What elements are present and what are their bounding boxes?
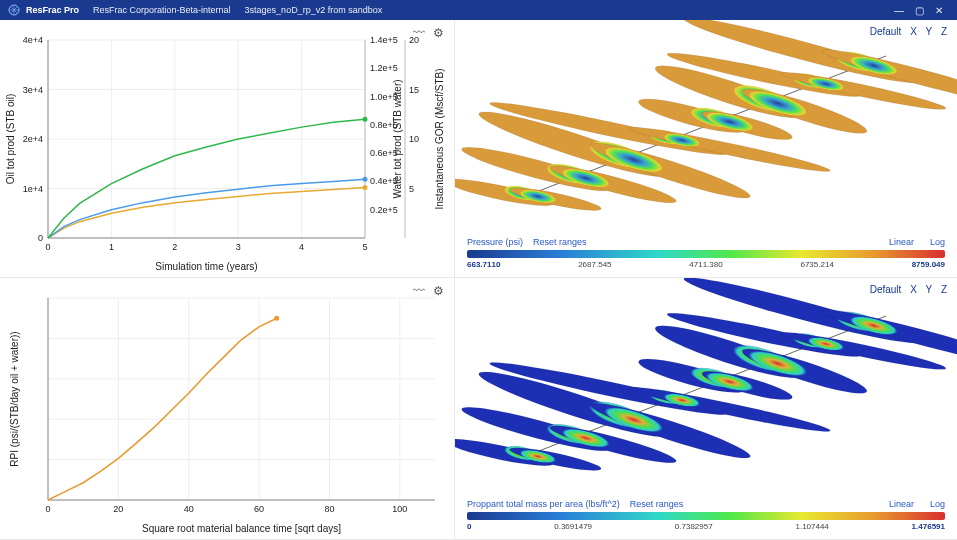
svg-text:10: 10 <box>409 134 419 144</box>
svg-text:2e+4: 2e+4 <box>23 134 43 144</box>
tick: 1.107444 <box>795 522 828 531</box>
tick: 0.3691479 <box>554 522 592 531</box>
tick: 6735.214 <box>800 260 833 269</box>
svg-text:1e+4: 1e+4 <box>23 184 43 194</box>
svg-point-39 <box>363 177 368 182</box>
svg-text:Square root material balance t: Square root material balance time [sqrt … <box>142 523 341 534</box>
svg-text:80: 80 <box>324 504 334 514</box>
view3d-proppant: Default X Y Z Proppant total mass per ar… <box>455 278 957 540</box>
svg-text:RPI (psi/(STB/day oil + water): RPI (psi/(STB/day oil + water)) <box>9 331 20 466</box>
minimize-button[interactable]: — <box>889 5 909 16</box>
production-chart[interactable]: 01234501e+42e+43e+44e+40.2e+50.4e+50.6e+… <box>0 20 455 278</box>
scale-linear[interactable]: Linear <box>889 237 914 247</box>
chart-panel-rpi: 〰 ⚙ 020406080100Square root material bal… <box>0 278 455 540</box>
svg-text:Oil tot prod (STB oil): Oil tot prod (STB oil) <box>5 94 16 185</box>
chart-panel-production: 〰 ⚙ 01234501e+42e+43e+44e+40.2e+50.4e+50… <box>0 20 455 278</box>
svg-text:40: 40 <box>184 504 194 514</box>
tick: 1.476591 <box>912 522 945 531</box>
svg-text:1.2e+5: 1.2e+5 <box>370 63 398 73</box>
svg-text:4: 4 <box>299 242 304 252</box>
svg-point-98 <box>274 316 279 321</box>
maximize-button[interactable]: ▢ <box>909 5 929 16</box>
scale-log[interactable]: Log <box>930 237 945 247</box>
reset-ranges[interactable]: Reset ranges <box>630 499 684 509</box>
titlebar: ResFrac Pro ResFrac Corporation-Beta-int… <box>0 0 957 20</box>
tick: 663.7110 <box>467 260 500 269</box>
svg-text:Simulation time (years): Simulation time (years) <box>155 261 257 272</box>
tick: 4711.380 <box>689 260 722 269</box>
app-name: ResFrac Pro <box>26 5 79 15</box>
svg-text:0: 0 <box>45 504 50 514</box>
svg-text:3: 3 <box>236 242 241 252</box>
file-name: 3stages_noD_rp_v2 from sandbox <box>245 5 383 15</box>
colorbar-pressure[interactable]: 663.7110 2687.545 4711.380 6735.214 8759… <box>467 250 945 269</box>
svg-text:1: 1 <box>109 242 114 252</box>
svg-text:100: 100 <box>392 504 407 514</box>
svg-text:20: 20 <box>113 504 123 514</box>
svg-text:1.4e+5: 1.4e+5 <box>370 35 398 45</box>
svg-text:Instantaneous GOR (Mscf/STB): Instantaneous GOR (Mscf/STB) <box>434 68 445 209</box>
svg-text:20: 20 <box>409 35 419 45</box>
svg-text:4e+4: 4e+4 <box>23 35 43 45</box>
close-button[interactable]: ✕ <box>929 5 949 16</box>
reset-ranges[interactable]: Reset ranges <box>533 237 587 247</box>
org-name: ResFrac Corporation-Beta-internal <box>93 5 231 15</box>
svg-text:0: 0 <box>45 242 50 252</box>
svg-text:3e+4: 3e+4 <box>23 85 43 95</box>
property-label[interactable]: Proppant total mass per area (lbs/ft^2) <box>467 499 620 509</box>
workspace-grid: 〰 ⚙ 01234501e+42e+43e+44e+40.2e+50.4e+50… <box>0 20 957 540</box>
svg-text:60: 60 <box>254 504 264 514</box>
svg-text:15: 15 <box>409 85 419 95</box>
colorbar-proppant[interactable]: 0 0.3691479 0.7382957 1.107444 1.476591 <box>467 512 945 531</box>
viewport-pressure[interactable] <box>455 20 957 231</box>
svg-text:Water tot prod (STB water): Water tot prod (STB water) <box>392 79 403 198</box>
scale-linear[interactable]: Linear <box>889 499 914 509</box>
tick: 2687.545 <box>578 260 611 269</box>
svg-text:0: 0 <box>38 233 43 243</box>
tick: 0.7382957 <box>675 522 713 531</box>
svg-point-38 <box>363 185 368 190</box>
svg-text:5: 5 <box>409 184 414 194</box>
rpi-chart[interactable]: 020406080100Square root material balance… <box>0 278 455 540</box>
tick: 0 <box>467 522 471 531</box>
view3d-pressure: Default X Y Z Pressure (psi) Reset range… <box>455 20 957 278</box>
property-label[interactable]: Pressure (psi) <box>467 237 523 247</box>
svg-point-40 <box>363 117 368 122</box>
tick: 8759.049 <box>912 260 945 269</box>
svg-text:5: 5 <box>362 242 367 252</box>
app-logo-icon <box>8 4 20 16</box>
svg-text:0.2e+5: 0.2e+5 <box>370 205 398 215</box>
viewport-proppant[interactable] <box>455 278 957 493</box>
svg-text:2: 2 <box>172 242 177 252</box>
scale-log[interactable]: Log <box>930 499 945 509</box>
